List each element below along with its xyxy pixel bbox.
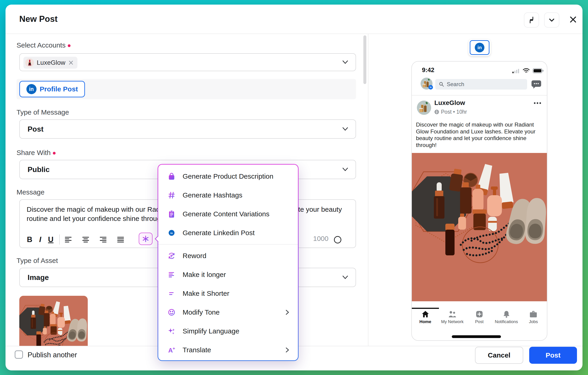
menu-item-simplify-language[interactable]: Simplify Language bbox=[158, 322, 298, 341]
avatar-network-badge: in bbox=[428, 85, 433, 90]
nav-notifications[interactable]: Notifications bbox=[493, 308, 520, 329]
battery-icon bbox=[533, 68, 544, 73]
type-of-message-select[interactable]: Post bbox=[19, 119, 356, 139]
cancel-button[interactable]: Cancel bbox=[475, 347, 523, 364]
account-avatar bbox=[25, 58, 34, 67]
post-meta: Post • 10hr bbox=[434, 109, 467, 115]
home-indicator-pill bbox=[452, 335, 501, 338]
underline-button[interactable]: U bbox=[45, 234, 56, 245]
messaging-icon[interactable] bbox=[531, 79, 541, 89]
minimize-button[interactable] bbox=[544, 12, 559, 28]
more-options-icon[interactable] bbox=[534, 102, 541, 104]
post-button[interactable]: Post bbox=[529, 347, 577, 364]
publish-another-label: Publish another bbox=[28, 351, 77, 359]
tone-icon bbox=[167, 307, 177, 317]
translate-icon: A bbox=[167, 345, 177, 355]
share-with-label: Share With bbox=[17, 149, 56, 156]
network-badge[interactable]: in bbox=[469, 39, 491, 56]
search-input[interactable]: Search bbox=[435, 79, 527, 90]
close-icon bbox=[568, 15, 578, 24]
briefcase-icon bbox=[529, 311, 537, 318]
status-time: 9:42 bbox=[422, 67, 434, 74]
menu-item-modify-tone[interactable]: Modify Tone bbox=[158, 303, 298, 322]
header-divider bbox=[6, 33, 582, 34]
linkedin-preview-phone: 9:42 bbox=[411, 61, 547, 341]
chevron-down-icon bbox=[547, 16, 556, 24]
type-of-asset-label: Type of Asset bbox=[17, 257, 58, 265]
bold-button[interactable]: B bbox=[24, 234, 35, 245]
hashtag-icon bbox=[167, 190, 177, 200]
chip-remove-icon[interactable] bbox=[68, 60, 74, 65]
cellular-signal-icon bbox=[513, 68, 520, 73]
align-center-button[interactable] bbox=[80, 234, 91, 245]
reword-icon bbox=[167, 251, 177, 261]
network-badge-frame: in bbox=[470, 40, 489, 55]
chevron-down-icon bbox=[342, 127, 349, 131]
align-left-button[interactable] bbox=[63, 234, 74, 245]
svg-text:in: in bbox=[170, 231, 173, 235]
close-button[interactable] bbox=[566, 12, 580, 27]
preview-divider bbox=[412, 95, 547, 95]
nav-my-network[interactable]: My Network bbox=[439, 308, 466, 329]
chevron-down-icon bbox=[342, 167, 349, 172]
post-preview-image bbox=[412, 153, 547, 301]
bell-icon bbox=[503, 311, 510, 318]
page-title: New Post bbox=[19, 14, 58, 24]
ai-asterisk-icon bbox=[142, 235, 149, 243]
italic-button[interactable]: I bbox=[35, 234, 45, 245]
menu-divider bbox=[158, 244, 298, 245]
menu-item-reword[interactable]: Reword bbox=[158, 246, 298, 265]
menu-item-generate-content-variations[interactable]: Generate Content Variations bbox=[158, 205, 298, 223]
menu-item-make-it-longer[interactable]: Make it longer bbox=[158, 265, 298, 284]
panel-divider bbox=[368, 34, 368, 346]
align-right-button[interactable] bbox=[98, 234, 108, 245]
post-plus-icon bbox=[476, 311, 483, 318]
chevron-down-icon bbox=[342, 275, 349, 280]
nav-jobs[interactable]: Jobs bbox=[520, 308, 547, 329]
account-chip-label: LuxeGlow bbox=[37, 59, 65, 66]
select-accounts-field[interactable]: LuxeGlow bbox=[19, 53, 356, 71]
required-dot bbox=[68, 44, 71, 47]
globe-icon bbox=[434, 110, 439, 114]
sparkles-icon bbox=[167, 326, 177, 336]
scrollbar[interactable] bbox=[363, 35, 366, 84]
linkedin-icon: in bbox=[475, 43, 484, 52]
ai-assistant-button[interactable] bbox=[139, 233, 153, 245]
formatting-toolbar: B I U bbox=[24, 234, 126, 245]
tab-profile-post-label: Profile Post bbox=[40, 85, 78, 93]
menu-item-generate-hashtags[interactable]: Generate Hashtags bbox=[158, 186, 298, 205]
clipboard-icon bbox=[167, 209, 177, 219]
asset-thumbnail[interactable] bbox=[19, 296, 88, 346]
menu-item-make-it-shorter[interactable]: Make it Shorter bbox=[158, 284, 298, 303]
character-count: 1000 bbox=[313, 235, 328, 242]
menu-item-generate-linkedin-post[interactable]: in Generate Linkedin Post bbox=[158, 223, 298, 242]
type-of-message-label: Type of Message bbox=[17, 108, 69, 116]
home-icon bbox=[421, 311, 429, 318]
type-of-asset-value: Image bbox=[28, 273, 49, 282]
select-accounts-label: Select Accounts bbox=[17, 41, 71, 49]
account-chip[interactable]: LuxeGlow bbox=[23, 57, 77, 69]
bag-icon bbox=[167, 171, 177, 181]
app-background: New Post bbox=[0, 0, 588, 375]
share-with-value: Public bbox=[28, 165, 50, 174]
chevron-down-icon bbox=[342, 60, 349, 64]
publish-another-checkbox[interactable] bbox=[15, 350, 23, 359]
menu-item-generate-product-description[interactable]: Generate Product Description bbox=[158, 167, 298, 186]
svg-text:A: A bbox=[168, 347, 173, 354]
nav-post[interactable]: Post bbox=[466, 308, 493, 329]
wifi-icon bbox=[523, 68, 530, 73]
post-preview-text: Discover the magic of makeup with our Ra… bbox=[416, 121, 544, 148]
post-meta-text: Post • 10hr bbox=[441, 109, 467, 115]
emoji-picker-icon[interactable] bbox=[334, 236, 341, 243]
tab-profile-post[interactable]: in Profile Post bbox=[19, 81, 85, 97]
menu-item-translate[interactable]: A Translate bbox=[158, 341, 298, 359]
collapse-button[interactable] bbox=[524, 12, 539, 28]
align-justify-button[interactable] bbox=[115, 234, 126, 245]
nav-home[interactable]: Home bbox=[412, 308, 439, 329]
shorter-icon bbox=[167, 288, 177, 299]
post-author-name[interactable]: LuxeGlow bbox=[434, 99, 465, 106]
linkedin-icon: in bbox=[26, 84, 37, 94]
toolbar-separator bbox=[59, 234, 60, 245]
post-author-avatar[interactable] bbox=[417, 101, 431, 115]
people-icon bbox=[448, 311, 456, 318]
